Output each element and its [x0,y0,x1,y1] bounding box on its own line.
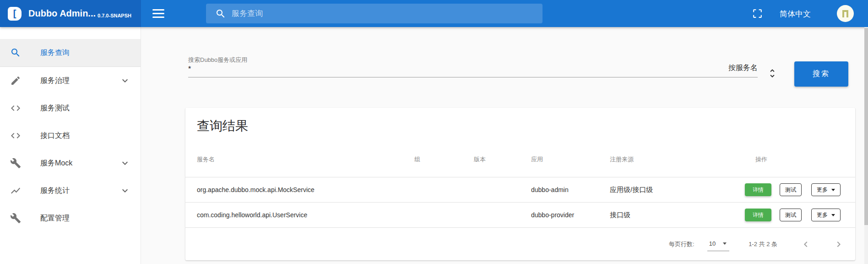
cell-application: dubbo-provider [531,211,610,219]
service-search-underline [188,77,758,77]
main-content: 搜索Dubbo服务或应用 按服务名 搜索 查询结果 服务名 组 版本 应用 注册… [141,27,868,264]
fullscreen-icon[interactable] [752,8,763,19]
rows-per-page-select[interactable]: 10 [707,237,729,251]
chevron-down-icon[interactable] [119,185,130,196]
sidebar-item-service-test[interactable]: 服务测试 [0,94,141,122]
cell-actions: 详情 测试 更多 [745,183,855,196]
pagination-range-label: 1-2 共 2 条 [749,240,777,248]
pencil-icon [10,75,21,86]
service-search-input[interactable] [188,65,692,73]
column-header-group: 组 [414,155,474,164]
sidebar: 服务查询 服务治理 服务测试 接口文档 服务Mock 服务统计 [0,27,141,264]
search-icon [215,8,226,19]
cell-registry: 接口级 [610,211,745,220]
hamburger-bar [152,13,164,14]
caret-down-icon [831,189,835,191]
sidebar-item-label: 接口文档 [40,131,70,141]
table-row: org.apache.dubbo.mock.api.MockService du… [185,177,855,202]
sidebar-item-label: 服务Mock [40,159,72,168]
topbar-search-input[interactable] [232,9,525,18]
sidebar-item-label: 服务查询 [40,48,70,58]
test-button[interactable]: 测试 [780,183,802,196]
chevron-down-icon[interactable] [119,75,130,86]
pagination-bar: 每页行数: 10 1-2 共 2 条 [185,227,855,260]
caret-down-icon [831,214,835,216]
app-version: 0.7.0-SNAPSH [98,13,131,18]
previous-page-button[interactable] [800,239,811,250]
test-button[interactable]: 测试 [780,209,802,221]
column-header-registry: 注册来源 [610,155,745,164]
sidebar-item-label: 服务测试 [40,104,70,113]
code-icon [10,130,21,141]
sidebar-item-label: 服务治理 [40,76,70,86]
sidebar-item-api-docs[interactable]: 接口文档 [0,122,141,149]
column-header-version: 版本 [474,155,531,164]
rows-per-page-value: 10 [709,240,716,247]
sidebar-item-label: 配置管理 [40,214,70,223]
dubbo-logo-icon: [ [8,7,22,21]
rows-per-page-label: 每页行数: [669,240,694,248]
sidebar-item-service-governance[interactable]: 服务治理 [0,67,141,94]
sidebar-item-service-mock[interactable]: 服务Mock [0,149,141,177]
top-bar: [ Dubbo Admin... 0.7.0-SNAPSH 简体中文 [0,0,868,27]
results-card: 查询结果 服务名 组 版本 应用 注册来源 操作 org.apache.dubb… [185,108,855,260]
search-button[interactable]: 搜索 [794,61,848,87]
table-header-row: 服务名 组 版本 应用 注册来源 操作 [185,142,855,177]
code-icon [10,103,21,114]
brand-area: [ Dubbo Admin... 0.7.0-SNAPSH [0,0,141,27]
app-title: Dubbo Admin... [28,8,96,19]
more-button[interactable]: 更多 [811,183,841,196]
more-button-label: 更多 [817,211,828,219]
hamburger-bar [152,16,164,18]
wrench-icon [10,213,21,224]
column-header-application: 应用 [531,155,610,164]
cell-service-name: org.apache.dubbo.mock.api.MockService [185,186,414,193]
sidebar-item-config-management[interactable]: 配置管理 [0,204,141,232]
sidebar-item-service-search[interactable]: 服务查询 [0,39,141,66]
hamburger-bar [152,9,164,11]
sidebar-item-label: 服务统计 [40,186,70,196]
menu-toggle-icon[interactable] [152,9,164,18]
logo-bracket-glyph: [ [13,9,16,18]
search-icon [10,47,21,58]
table-row: com.coding.helloworld.api.UserService du… [185,202,855,227]
cell-registry: 应用级/接口级 [610,186,745,194]
column-header-service: 服务名 [185,155,414,164]
dubbo-admin-app: [ Dubbo Admin... 0.7.0-SNAPSH 简体中文 服务查询 [0,0,868,264]
cell-application: dubbo-admin [531,186,610,193]
more-button[interactable]: 更多 [811,209,841,221]
more-button-label: 更多 [817,186,828,194]
detail-button[interactable]: 详情 [745,209,771,221]
column-header-actions: 操作 [745,155,855,164]
caret-down-icon [723,242,727,245]
chevron-down-icon[interactable] [119,158,130,169]
sidebar-item-service-statistics[interactable]: 服务统计 [0,177,141,204]
scrollbar-thumb[interactable] [864,28,868,225]
service-search-label: 搜索Dubbo服务或应用 [188,56,247,64]
search-mode-select[interactable]: 按服务名 [689,63,758,73]
avatar-logo-glyph [842,10,848,17]
avatar[interactable] [837,5,854,22]
topbar-search-box[interactable] [206,4,542,23]
detail-button[interactable]: 详情 [745,183,771,196]
scrollbar[interactable] [864,27,868,264]
next-page-button[interactable] [833,239,844,250]
cell-actions: 详情 测试 更多 [745,209,855,221]
language-switcher[interactable]: 简体中文 [780,9,811,19]
chart-icon [10,185,21,196]
wrench-icon [10,158,21,169]
cell-service-name: com.coding.helloworld.api.UserService [185,211,414,219]
results-title: 查询结果 [185,108,855,142]
unfold-more-icon[interactable] [767,68,778,79]
